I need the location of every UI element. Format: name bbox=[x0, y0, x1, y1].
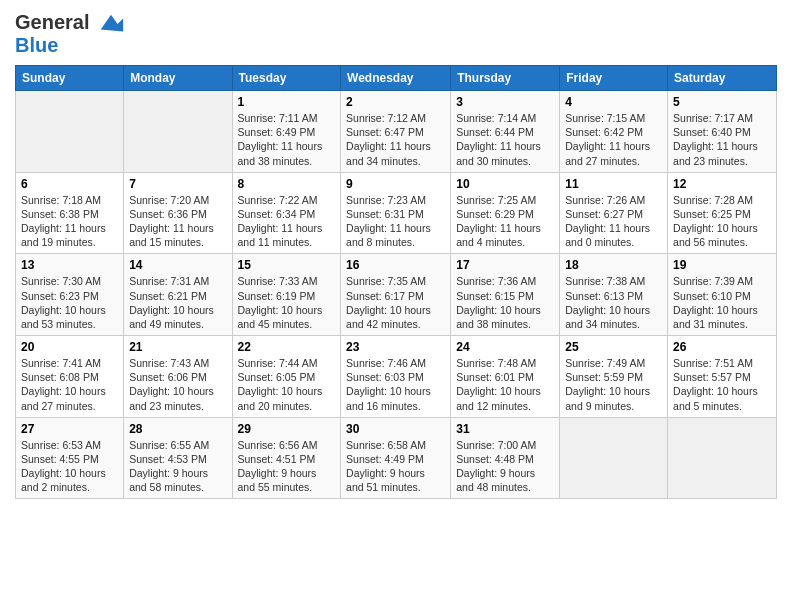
week-row-4: 20Sunrise: 7:41 AMSunset: 6:08 PMDayligh… bbox=[16, 336, 777, 418]
calendar-cell: 4Sunrise: 7:15 AMSunset: 6:42 PMDaylight… bbox=[560, 91, 668, 173]
weekday-header-monday: Monday bbox=[124, 66, 232, 91]
calendar-cell: 10Sunrise: 7:25 AMSunset: 6:29 PMDayligh… bbox=[451, 172, 560, 254]
day-info: Sunrise: 7:26 AMSunset: 6:27 PMDaylight:… bbox=[565, 193, 662, 250]
calendar-cell: 17Sunrise: 7:36 AMSunset: 6:15 PMDayligh… bbox=[451, 254, 560, 336]
day-info: Sunrise: 7:38 AMSunset: 6:13 PMDaylight:… bbox=[565, 274, 662, 331]
calendar-cell: 23Sunrise: 7:46 AMSunset: 6:03 PMDayligh… bbox=[341, 336, 451, 418]
day-number: 16 bbox=[346, 258, 445, 272]
calendar-cell: 7Sunrise: 7:20 AMSunset: 6:36 PMDaylight… bbox=[124, 172, 232, 254]
day-number: 13 bbox=[21, 258, 118, 272]
calendar-cell bbox=[124, 91, 232, 173]
day-number: 20 bbox=[21, 340, 118, 354]
day-number: 15 bbox=[238, 258, 336, 272]
day-number: 25 bbox=[565, 340, 662, 354]
day-number: 21 bbox=[129, 340, 226, 354]
day-number: 18 bbox=[565, 258, 662, 272]
day-info: Sunrise: 7:39 AMSunset: 6:10 PMDaylight:… bbox=[673, 274, 771, 331]
week-row-1: 1Sunrise: 7:11 AMSunset: 6:49 PMDaylight… bbox=[16, 91, 777, 173]
calendar-cell: 15Sunrise: 7:33 AMSunset: 6:19 PMDayligh… bbox=[232, 254, 341, 336]
logo-general: General bbox=[15, 11, 89, 33]
day-info: Sunrise: 7:33 AMSunset: 6:19 PMDaylight:… bbox=[238, 274, 336, 331]
calendar-cell: 24Sunrise: 7:48 AMSunset: 6:01 PMDayligh… bbox=[451, 336, 560, 418]
day-info: Sunrise: 7:44 AMSunset: 6:05 PMDaylight:… bbox=[238, 356, 336, 413]
day-info: Sunrise: 6:58 AMSunset: 4:49 PMDaylight:… bbox=[346, 438, 445, 495]
day-info: Sunrise: 7:22 AMSunset: 6:34 PMDaylight:… bbox=[238, 193, 336, 250]
day-number: 9 bbox=[346, 177, 445, 191]
calendar-cell: 29Sunrise: 6:56 AMSunset: 4:51 PMDayligh… bbox=[232, 417, 341, 499]
calendar-cell: 25Sunrise: 7:49 AMSunset: 5:59 PMDayligh… bbox=[560, 336, 668, 418]
day-number: 10 bbox=[456, 177, 554, 191]
day-info: Sunrise: 6:53 AMSunset: 4:55 PMDaylight:… bbox=[21, 438, 118, 495]
day-info: Sunrise: 7:30 AMSunset: 6:23 PMDaylight:… bbox=[21, 274, 118, 331]
day-number: 7 bbox=[129, 177, 226, 191]
day-info: Sunrise: 7:31 AMSunset: 6:21 PMDaylight:… bbox=[129, 274, 226, 331]
weekday-header-wednesday: Wednesday bbox=[341, 66, 451, 91]
calendar-table: SundayMondayTuesdayWednesdayThursdayFrid… bbox=[15, 65, 777, 499]
day-info: Sunrise: 7:15 AMSunset: 6:42 PMDaylight:… bbox=[565, 111, 662, 168]
calendar-cell bbox=[16, 91, 124, 173]
day-info: Sunrise: 7:00 AMSunset: 4:48 PMDaylight:… bbox=[456, 438, 554, 495]
week-row-3: 13Sunrise: 7:30 AMSunset: 6:23 PMDayligh… bbox=[16, 254, 777, 336]
calendar-cell: 19Sunrise: 7:39 AMSunset: 6:10 PMDayligh… bbox=[668, 254, 777, 336]
calendar-cell: 5Sunrise: 7:17 AMSunset: 6:40 PMDaylight… bbox=[668, 91, 777, 173]
day-info: Sunrise: 7:14 AMSunset: 6:44 PMDaylight:… bbox=[456, 111, 554, 168]
calendar-cell: 30Sunrise: 6:58 AMSunset: 4:49 PMDayligh… bbox=[341, 417, 451, 499]
day-info: Sunrise: 7:49 AMSunset: 5:59 PMDaylight:… bbox=[565, 356, 662, 413]
weekday-header-friday: Friday bbox=[560, 66, 668, 91]
calendar-cell: 22Sunrise: 7:44 AMSunset: 6:05 PMDayligh… bbox=[232, 336, 341, 418]
day-info: Sunrise: 7:41 AMSunset: 6:08 PMDaylight:… bbox=[21, 356, 118, 413]
calendar-cell: 27Sunrise: 6:53 AMSunset: 4:55 PMDayligh… bbox=[16, 417, 124, 499]
weekday-header-row: SundayMondayTuesdayWednesdayThursdayFrid… bbox=[16, 66, 777, 91]
calendar-cell: 11Sunrise: 7:26 AMSunset: 6:27 PMDayligh… bbox=[560, 172, 668, 254]
week-row-5: 27Sunrise: 6:53 AMSunset: 4:55 PMDayligh… bbox=[16, 417, 777, 499]
day-number: 14 bbox=[129, 258, 226, 272]
day-number: 8 bbox=[238, 177, 336, 191]
day-info: Sunrise: 7:51 AMSunset: 5:57 PMDaylight:… bbox=[673, 356, 771, 413]
calendar-cell: 16Sunrise: 7:35 AMSunset: 6:17 PMDayligh… bbox=[341, 254, 451, 336]
day-number: 27 bbox=[21, 422, 118, 436]
day-info: Sunrise: 7:18 AMSunset: 6:38 PMDaylight:… bbox=[21, 193, 118, 250]
day-number: 19 bbox=[673, 258, 771, 272]
calendar-cell: 2Sunrise: 7:12 AMSunset: 6:47 PMDaylight… bbox=[341, 91, 451, 173]
calendar-cell: 13Sunrise: 7:30 AMSunset: 6:23 PMDayligh… bbox=[16, 254, 124, 336]
day-number: 29 bbox=[238, 422, 336, 436]
calendar-cell: 12Sunrise: 7:28 AMSunset: 6:25 PMDayligh… bbox=[668, 172, 777, 254]
day-number: 6 bbox=[21, 177, 118, 191]
week-row-2: 6Sunrise: 7:18 AMSunset: 6:38 PMDaylight… bbox=[16, 172, 777, 254]
svg-marker-0 bbox=[101, 15, 123, 32]
weekday-header-saturday: Saturday bbox=[668, 66, 777, 91]
day-info: Sunrise: 7:28 AMSunset: 6:25 PMDaylight:… bbox=[673, 193, 771, 250]
header: General Blue bbox=[15, 10, 777, 57]
calendar-cell: 31Sunrise: 7:00 AMSunset: 4:48 PMDayligh… bbox=[451, 417, 560, 499]
calendar-cell: 26Sunrise: 7:51 AMSunset: 5:57 PMDayligh… bbox=[668, 336, 777, 418]
day-info: Sunrise: 7:11 AMSunset: 6:49 PMDaylight:… bbox=[238, 111, 336, 168]
day-info: Sunrise: 7:23 AMSunset: 6:31 PMDaylight:… bbox=[346, 193, 445, 250]
day-number: 22 bbox=[238, 340, 336, 354]
day-number: 1 bbox=[238, 95, 336, 109]
logo: General Blue bbox=[15, 10, 125, 57]
day-number: 11 bbox=[565, 177, 662, 191]
day-info: Sunrise: 6:55 AMSunset: 4:53 PMDaylight:… bbox=[129, 438, 226, 495]
calendar-cell: 1Sunrise: 7:11 AMSunset: 6:49 PMDaylight… bbox=[232, 91, 341, 173]
day-number: 17 bbox=[456, 258, 554, 272]
day-number: 3 bbox=[456, 95, 554, 109]
day-info: Sunrise: 7:25 AMSunset: 6:29 PMDaylight:… bbox=[456, 193, 554, 250]
calendar-cell: 18Sunrise: 7:38 AMSunset: 6:13 PMDayligh… bbox=[560, 254, 668, 336]
day-number: 2 bbox=[346, 95, 445, 109]
day-info: Sunrise: 7:43 AMSunset: 6:06 PMDaylight:… bbox=[129, 356, 226, 413]
day-info: Sunrise: 6:56 AMSunset: 4:51 PMDaylight:… bbox=[238, 438, 336, 495]
calendar-cell bbox=[668, 417, 777, 499]
calendar-container: General Blue SundayMondayTuesdayWednesda… bbox=[0, 0, 792, 509]
day-number: 24 bbox=[456, 340, 554, 354]
calendar-cell: 20Sunrise: 7:41 AMSunset: 6:08 PMDayligh… bbox=[16, 336, 124, 418]
calendar-cell bbox=[560, 417, 668, 499]
day-number: 4 bbox=[565, 95, 662, 109]
day-number: 28 bbox=[129, 422, 226, 436]
weekday-header-sunday: Sunday bbox=[16, 66, 124, 91]
day-number: 31 bbox=[456, 422, 554, 436]
calendar-cell: 9Sunrise: 7:23 AMSunset: 6:31 PMDaylight… bbox=[341, 172, 451, 254]
weekday-header-tuesday: Tuesday bbox=[232, 66, 341, 91]
day-info: Sunrise: 7:46 AMSunset: 6:03 PMDaylight:… bbox=[346, 356, 445, 413]
day-number: 23 bbox=[346, 340, 445, 354]
calendar-cell: 21Sunrise: 7:43 AMSunset: 6:06 PMDayligh… bbox=[124, 336, 232, 418]
